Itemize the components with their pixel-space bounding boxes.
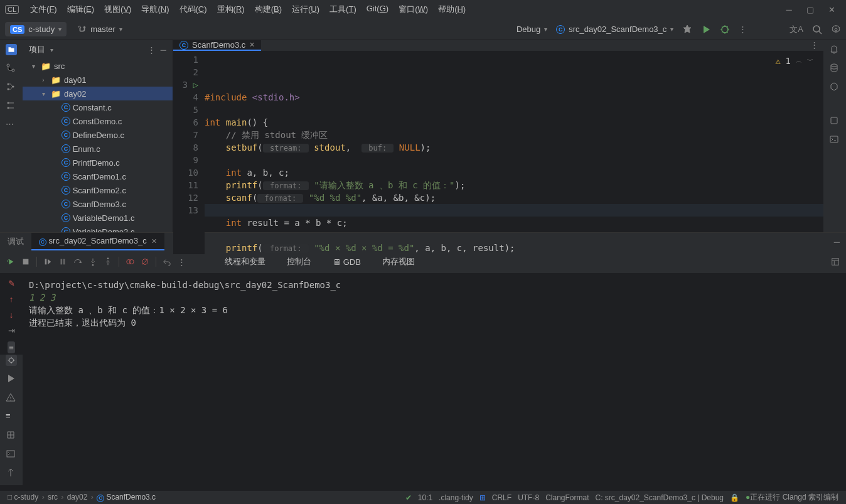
tree-row[interactable]: ▾📁day02 bbox=[23, 87, 173, 100]
build-button[interactable] bbox=[682, 24, 692, 35]
menu-item[interactable]: 导航(N) bbox=[137, 3, 173, 16]
run-tool-icon[interactable] bbox=[6, 373, 17, 385]
terminal-icon[interactable] bbox=[6, 449, 17, 460]
maximize-button[interactable]: ▢ bbox=[806, 5, 815, 14]
tree-row[interactable]: ▾📁src bbox=[23, 59, 173, 73]
run-config-status[interactable]: C: src_day02_ScanfDemo3_c | Debug bbox=[595, 493, 724, 502]
search-icon[interactable] bbox=[812, 24, 822, 35]
menu-item[interactable]: 运行(U) bbox=[288, 3, 323, 16]
menu-item[interactable]: 代码(C) bbox=[176, 3, 211, 16]
memory-view-tab[interactable]: 内存视图 bbox=[375, 253, 422, 271]
scroll-end-icon[interactable]: ≡ bbox=[8, 341, 15, 353]
formatter[interactable]: ClangFormat bbox=[545, 493, 589, 502]
debug-more-icon[interactable]: ⋮ bbox=[178, 257, 186, 267]
tree-row[interactable]: C VariableDemo2.c bbox=[23, 225, 173, 232]
tree-row[interactable]: C Constant.c bbox=[23, 100, 173, 114]
line-ending[interactable]: CRLF bbox=[492, 493, 511, 502]
ai-assistant-icon[interactable] bbox=[829, 82, 840, 93]
inspection-widget[interactable]: ⚠ 1 ︿ ﹀ bbox=[773, 53, 816, 68]
down-arrow-icon[interactable]: ↓ bbox=[9, 310, 14, 319]
nav-down-icon[interactable]: ﹀ bbox=[807, 55, 813, 67]
structure-tool-icon[interactable] bbox=[6, 82, 17, 93]
settings-icon[interactable] bbox=[831, 24, 841, 35]
step-into-button[interactable] bbox=[88, 257, 97, 266]
run-mode-selector[interactable]: Debug ▾ bbox=[517, 24, 547, 34]
tree-row[interactable]: C ScanfDemo3.c bbox=[23, 197, 173, 211]
rollback-button[interactable] bbox=[163, 257, 171, 266]
editor-tab[interactable]: C ScanfDemo3.c ✕ bbox=[173, 40, 261, 51]
tree-row[interactable]: C PrintfDemo.c bbox=[23, 156, 173, 169]
close-button[interactable]: ✕ bbox=[827, 5, 836, 14]
tab-close-icon[interactable]: ✕ bbox=[249, 41, 255, 49]
menu-item[interactable]: 构建(B) bbox=[251, 3, 286, 16]
run-button[interactable] bbox=[701, 24, 711, 35]
rerun-button[interactable] bbox=[6, 257, 15, 266]
editor-more-icon[interactable]: ⋮ bbox=[805, 40, 823, 51]
debug-button[interactable] bbox=[720, 24, 730, 35]
edit-config-icon[interactable]: ✎ bbox=[8, 279, 15, 288]
run-config-selector[interactable]: C src_day02_ScanfDemo3_c ▾ bbox=[556, 24, 673, 34]
step-over-button[interactable] bbox=[73, 257, 82, 266]
nav-up-icon[interactable]: ︿ bbox=[796, 55, 802, 67]
chevron-down-icon[interactable]: ▾ bbox=[50, 46, 53, 53]
git-branch-selector[interactable]: master ▾ bbox=[74, 22, 126, 36]
tab-close-icon[interactable]: ✕ bbox=[149, 237, 157, 245]
menu-item[interactable]: 工具(T) bbox=[326, 3, 360, 16]
menu-item[interactable]: Git(G) bbox=[363, 3, 392, 16]
console-tab[interactable]: 控制台 bbox=[279, 253, 319, 271]
lock-icon[interactable]: 🔒 bbox=[730, 493, 739, 502]
gdb-tab[interactable]: 🖥 GDB bbox=[325, 254, 368, 270]
debug-session-tab[interactable]: C src_day02_ScanfDemo3_c ✕ bbox=[31, 233, 164, 250]
background-task[interactable]: ●正在进行 Clangd 索引编制 bbox=[746, 492, 838, 503]
project-tool-icon[interactable] bbox=[6, 44, 17, 55]
code-content[interactable]: ⚠ 1 ︿ ﹀ #include <stdio.h> int main() { … bbox=[205, 51, 823, 254]
layout-settings-icon[interactable] bbox=[831, 257, 840, 266]
tree-row[interactable]: C ConstDemo.c bbox=[23, 114, 173, 128]
pane-more-icon[interactable]: ⋮ bbox=[147, 45, 156, 55]
minimize-button[interactable]: ─ bbox=[784, 5, 793, 14]
step-out-button[interactable] bbox=[104, 257, 112, 266]
tree-row[interactable]: C DefineDemo.c bbox=[23, 128, 173, 142]
resume-button[interactable] bbox=[43, 257, 52, 266]
console-content[interactable]: D:\project\c-study\cmake-build-debug\src… bbox=[23, 274, 846, 485]
cursor-pos[interactable]: 10:1 bbox=[418, 493, 432, 502]
more-tools-icon[interactable] bbox=[6, 100, 17, 112]
more-actions-button[interactable]: ⋮ bbox=[739, 24, 747, 34]
menu-item[interactable]: 视图(V) bbox=[100, 3, 135, 16]
menu-item[interactable]: 文件(F) bbox=[26, 3, 61, 16]
threads-vars-tab[interactable]: 线程和变量 bbox=[217, 253, 273, 271]
debug-session-tab[interactable]: 调试 bbox=[0, 233, 31, 250]
vcs-tool-icon[interactable] bbox=[6, 63, 17, 74]
breadcrumb[interactable]: □ c-study › src › day02 › C ScanfDemo3.c bbox=[8, 493, 156, 502]
lint-status[interactable]: .clang-tidy bbox=[439, 493, 473, 502]
tree-row[interactable]: C Enum.c bbox=[23, 142, 173, 156]
tree-row[interactable]: C ScanfDemo2.c bbox=[23, 183, 173, 197]
soft-wrap-icon[interactable]: ⇥ bbox=[8, 326, 15, 335]
tree-row[interactable]: C VariableDemo1.c bbox=[23, 211, 173, 225]
stop-button[interactable] bbox=[21, 257, 30, 266]
up-arrow-icon[interactable]: ↑ bbox=[9, 294, 14, 304]
mute-breakpoints-button[interactable] bbox=[141, 257, 149, 266]
problems-icon[interactable] bbox=[6, 392, 17, 404]
git-icon[interactable] bbox=[6, 468, 17, 479]
code-area[interactable]: 123 ▷45678910111213 ⚠ 1 ︿ ﹀ #include <st… bbox=[173, 51, 823, 254]
tree-row[interactable]: ›📁day01 bbox=[23, 73, 173, 87]
database-icon[interactable] bbox=[829, 63, 840, 74]
pane-hide-icon[interactable]: ─ bbox=[161, 45, 166, 55]
pause-button[interactable] bbox=[58, 257, 67, 266]
tree-row[interactable]: C ScanfDemo1.c bbox=[23, 169, 173, 183]
encoding[interactable]: UTF-8 bbox=[518, 493, 539, 502]
translate-icon[interactable]: 文A bbox=[790, 24, 803, 35]
view-breakpoints-button[interactable] bbox=[126, 257, 134, 266]
notifications-icon[interactable] bbox=[829, 44, 840, 55]
terminal-icon[interactable] bbox=[829, 134, 840, 146]
project-selector[interactable]: CS c-study ▾ bbox=[5, 22, 67, 36]
cmake-icon[interactable] bbox=[829, 115, 840, 127]
menu-item[interactable]: 窗口(W) bbox=[395, 3, 432, 16]
menu-item[interactable]: 重构(R) bbox=[213, 3, 249, 16]
menu-item[interactable]: 帮助(H) bbox=[434, 3, 469, 16]
services-icon[interactable] bbox=[6, 430, 17, 441]
ellipsis-icon[interactable]: ⋯ bbox=[6, 119, 17, 131]
panel-hide-icon[interactable]: ─ bbox=[828, 233, 846, 250]
todo-icon[interactable]: ≡ bbox=[6, 411, 17, 422]
